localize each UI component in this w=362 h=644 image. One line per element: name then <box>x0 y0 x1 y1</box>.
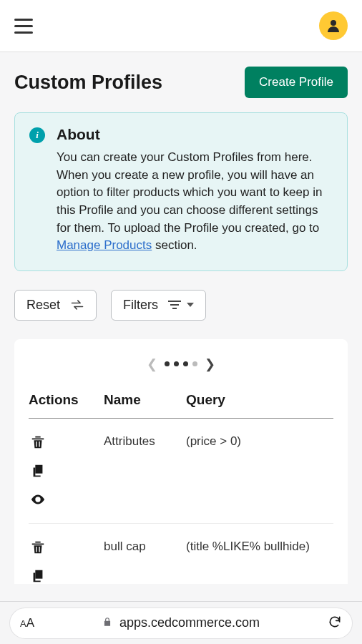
pager: ❮ ❯ <box>14 356 348 372</box>
about-body-post: section. <box>152 238 197 252</box>
about-box: i About You can create your Custom Profi… <box>14 112 348 271</box>
swap-icon <box>70 298 84 312</box>
title-row: Custom Profiles Create Profile <box>14 67 348 98</box>
table: Actions Name Query Attributes <box>14 392 348 584</box>
toolbar: Reset Filters <box>14 290 348 321</box>
menu-icon[interactable] <box>14 19 33 34</box>
filter-icon <box>168 301 181 309</box>
cell-name: Attributes <box>104 434 186 449</box>
trash-icon <box>30 540 46 555</box>
manage-products-link[interactable]: Manage Products <box>57 238 152 252</box>
url-text: apps.cedcommerce.com <box>119 615 260 630</box>
delete-button[interactable] <box>30 434 46 450</box>
about-body: You can create your Custom Profiles from… <box>57 149 333 255</box>
user-icon <box>325 17 342 34</box>
about-title: About <box>57 126 333 143</box>
pager-prev[interactable]: ❮ <box>147 356 157 372</box>
delete-button[interactable] <box>30 540 46 555</box>
avatar[interactable] <box>319 11 348 40</box>
cell-name: bull cap <box>104 540 186 554</box>
filters-button[interactable]: Filters <box>111 290 206 321</box>
actions-cell <box>29 540 104 584</box>
table-header: Actions Name Query <box>29 392 333 419</box>
pager-dots <box>165 361 197 366</box>
table-row: bull cap (title %LIKE% bullhide) <box>29 524 333 584</box>
main-content: Custom Profiles Create Profile i About Y… <box>0 52 362 601</box>
copy-button[interactable] <box>30 463 46 479</box>
about-text: About You can create your Custom Profile… <box>57 126 333 255</box>
col-actions: Actions <box>29 392 104 408</box>
url-pill[interactable]: AA apps.cedcommerce.com <box>10 608 352 638</box>
filters-label: Filters <box>123 298 158 313</box>
copy-button[interactable] <box>30 568 46 584</box>
cell-query: (price > 0) <box>186 434 333 449</box>
svg-point-0 <box>331 20 336 26</box>
trash-icon <box>30 434 46 450</box>
actions-cell <box>29 434 104 507</box>
copy-icon <box>30 463 46 479</box>
reset-button[interactable]: Reset <box>14 290 97 321</box>
page-title: Custom Profiles <box>14 72 162 94</box>
col-query: Query <box>186 392 333 408</box>
pager-next[interactable]: ❯ <box>205 356 215 372</box>
filter-icons <box>168 301 194 309</box>
lock-icon <box>102 617 112 630</box>
cell-query: (title %LIKE% bullhide) <box>186 540 333 554</box>
table-row: Attributes (price > 0) <box>29 419 333 524</box>
copy-icon <box>30 568 46 584</box>
browser-bar: AA apps.cedcommerce.com <box>0 601 362 644</box>
chevron-down-icon <box>187 303 194 307</box>
view-button[interactable] <box>30 492 46 507</box>
text-size-button[interactable]: AA <box>20 616 34 630</box>
about-body-pre: You can create your Custom Profiles from… <box>57 150 322 235</box>
top-bar <box>0 0 362 52</box>
reload-button[interactable] <box>328 615 342 632</box>
svg-point-1 <box>36 498 39 501</box>
eye-icon <box>30 492 46 507</box>
create-profile-button[interactable]: Create Profile <box>245 67 348 98</box>
reset-label: Reset <box>26 298 60 313</box>
table-card: ❮ ❯ Actions Name Query <box>14 339 348 584</box>
info-icon: i <box>29 127 45 143</box>
col-name: Name <box>104 392 186 408</box>
